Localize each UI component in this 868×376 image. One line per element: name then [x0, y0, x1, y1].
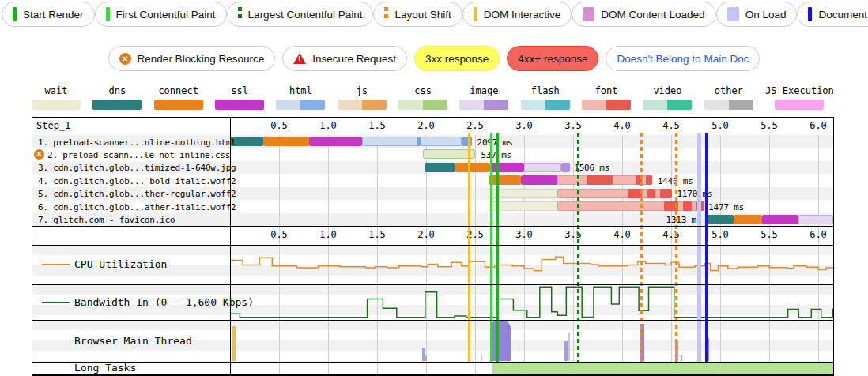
legend-label: Layout Shift [394, 9, 451, 21]
axis-tick-label: 3.0 [508, 229, 540, 240]
resource-type-label: JS Execution [765, 85, 834, 96]
axis-tick-label: 4.5 [655, 120, 687, 131]
axis-tick-label: 6.0 [802, 229, 834, 240]
waterfall-bar-font_dark [647, 189, 655, 198]
waterfall-bar-font_dark [660, 189, 672, 198]
request-duration: 1313 ms [646, 215, 701, 225]
legend-label: DOM Content Loaded [601, 9, 704, 21]
axis-tick-label: 1.5 [361, 120, 393, 131]
bandwidth-in-line [230, 284, 834, 320]
resource-type-wait: wait [32, 85, 81, 110]
waterfall-table: 0.51.01.52.02.53.03.54.04.55.05.56.00.51… [32, 117, 834, 376]
cpu-utilization-line-sample [42, 264, 70, 265]
waterfall-bar-ssl [309, 137, 362, 146]
layout-shift-marker-icon [384, 7, 388, 21]
badge-3xx-response: 3xx response [414, 46, 500, 71]
dom-content-loaded-marker-icon [583, 7, 594, 21]
waterfall-bar-image_light [798, 215, 832, 224]
resource-type-video: video [643, 85, 692, 110]
legend-label: On Load [745, 9, 787, 21]
resource-type-swatch [338, 100, 387, 110]
marker-start-render [496, 133, 499, 362]
webpagetest-waterfall-view: Start RenderFirst Contentful PaintLarges… [0, 0, 868, 376]
resource-type-swatch [154, 100, 203, 110]
marker-document-complete [705, 133, 708, 362]
resource-type-swatch [775, 100, 824, 110]
resource-type-label: wait [45, 85, 68, 96]
request-label[interactable]: 7. glitch.com - favicon.ico [38, 215, 175, 225]
axis-tick-label: 4.5 [655, 229, 687, 240]
resource-type-flash: flash [521, 85, 570, 110]
legend-label: Largest Contentful Paint [248, 9, 363, 21]
badge-insecure-request: !Insecure Request [282, 46, 407, 71]
waterfall-bar-wait [489, 189, 557, 198]
axis-tick-label: 6.0 [802, 120, 834, 131]
axis-tick-label: 5.5 [753, 229, 785, 240]
waterfall-bar-font_dark [646, 175, 653, 185]
resource-type-image: image [459, 85, 508, 110]
resource-type-swatch [582, 100, 631, 110]
section-separator [32, 226, 834, 227]
marker-dom-interactive [468, 133, 470, 362]
request-label[interactable]: 5. cdn.glitch.glob...ther-regular.woff2 [38, 189, 236, 199]
legend-on-load: On Load [716, 2, 798, 27]
legend-layout-shift: Layout Shift [373, 2, 462, 27]
main-thread-spike [425, 355, 427, 361]
waterfall-bar-wait [489, 201, 557, 211]
marker-largest-contentful-paint [577, 133, 579, 362]
main-thread-spike [568, 333, 570, 361]
request-label[interactable]: 1. preload-scanner...nline-nothing.html [38, 137, 236, 148]
bandwidth-in-line-sample [42, 302, 70, 303]
axis-tick-label: 0.5 [263, 229, 295, 240]
waterfall-bar-ssl [762, 215, 798, 224]
legend-dom-interactive: DOM Interactive [462, 2, 572, 27]
request-duration: 1506 ms [574, 163, 609, 173]
legend-label: Document Complete [818, 9, 868, 21]
waterfall-bar-dns [708, 215, 734, 224]
section-separator [32, 245, 834, 246]
waterfall-bar-html_dark [462, 137, 473, 146]
resource-type-swatch [215, 100, 264, 110]
resource-type-font: font [582, 85, 631, 110]
start-render-marker-icon [13, 7, 17, 21]
marker-on-load [697, 133, 701, 362]
request-label[interactable]: 4. cdn.glitch.glob...-bold-italic.woff2 [38, 176, 236, 186]
long-tasks-bar [492, 363, 834, 374]
table-left-border [32, 117, 32, 376]
marker-layout-shift-1 [640, 133, 643, 362]
badge-4xx-response: 4xx+ response [507, 46, 598, 71]
axis-tick-label: 3.5 [557, 120, 589, 131]
axis-tick-label: 4.0 [606, 229, 638, 240]
waterfall-bar-html_light [362, 137, 461, 146]
main-thread-spike [564, 341, 568, 362]
resource-type-legend: waitdnsconnectsslhtmljscssimageflashfont… [32, 85, 834, 110]
waterfall-bar-dns [425, 163, 456, 172]
resource-type-swatch [276, 100, 325, 110]
resource-type-label: video [653, 85, 681, 96]
request-duration: 2097 ms [477, 137, 512, 148]
request-label[interactable]: 2. preload-scann...le-not-inline.css [47, 150, 230, 160]
long-tasks-label: Long Tasks [74, 362, 136, 374]
resource-type-label: html [289, 85, 312, 96]
cpu-utilization-label: CPU Utilization [74, 258, 167, 270]
resource-type-other: other [704, 85, 753, 110]
axis-tick-label: 3.5 [557, 229, 589, 240]
request-duration: 1477 ms [708, 202, 744, 212]
axis-tick-label: 3.0 [508, 120, 540, 131]
badge-doesnt-belong-main-doc[interactable]: Doesn't Belong to Main Doc [606, 46, 760, 71]
table-right-border [833, 117, 834, 376]
request-label[interactable]: 3. cdn.glitch.glob...timized-1-640w.jpg [38, 163, 236, 173]
badge-label: 3xx response [425, 53, 489, 65]
request-label[interactable]: 6. cdn.glitch.glob...ather-italic.woff2 [38, 202, 236, 212]
on-load-marker-icon [727, 7, 739, 21]
axis-tick-label: 2.0 [410, 229, 442, 240]
waterfall-bar-html_dark [417, 137, 421, 146]
resource-type-dns: dns [92, 85, 142, 110]
axis-tick-label: 5.0 [704, 120, 736, 131]
axis-tick-label: 5.5 [753, 120, 785, 131]
resource-type-swatch [643, 100, 692, 110]
bandwidth-in-label: Bandwidth In (0 - 1,600 Kbps) [74, 296, 254, 308]
resource-type-label: image [470, 85, 498, 96]
waterfall-bar-font_dark [628, 189, 641, 198]
axis-tick-label: 2.5 [459, 120, 491, 131]
